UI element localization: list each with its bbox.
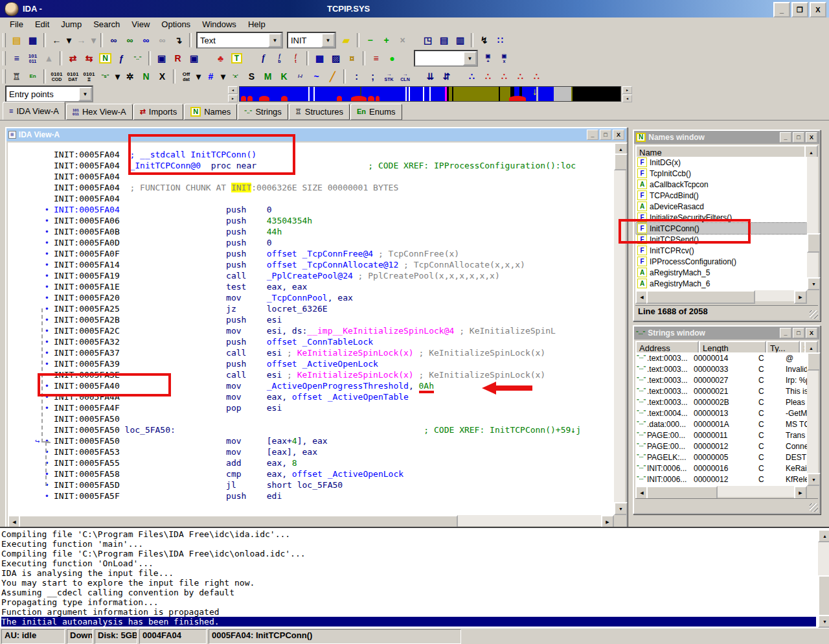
number-button[interactable]: # [203, 69, 219, 84]
menu-windows[interactable]: Windows [196, 18, 242, 30]
disasm-line[interactable]: INIT:0005FA50 [10, 413, 614, 424]
nav-forward-button[interactable]: → [73, 32, 89, 48]
tab-strings[interactable]: ".."Strings [238, 104, 288, 120]
xref-to-button[interactable]: ⇆ [81, 51, 97, 66]
disasm-minimize-button[interactable]: _ [587, 130, 598, 140]
names-list-item[interactable]: FInitDG(x) [635, 157, 807, 168]
names-list-item[interactable]: AaCallbackTcpcon [635, 179, 807, 190]
strings-list-item[interactable]: "...".text:0003...00000021CThis is [635, 385, 807, 397]
output-vertical-scrollbar[interactable]: ▲ ▼ [818, 529, 829, 628]
notepad-button[interactable]: ▨ [328, 51, 344, 66]
tab-imports[interactable]: ⇄Imports [133, 104, 184, 120]
offset-dropdown-arrow[interactable]: ▾ [194, 69, 203, 84]
flower-button[interactable]: ♣ [212, 51, 229, 66]
menu-search[interactable]: Search [87, 18, 126, 30]
strings-maximize-button[interactable]: □ [793, 328, 804, 338]
names-maximize-button[interactable]: □ [793, 132, 804, 143]
names-hscroll-thumb[interactable] [646, 290, 755, 304]
search-text-button[interactable]: ∞ [106, 32, 122, 48]
names-list-item-selected[interactable]: FInitTCPConn() [635, 223, 807, 234]
stop-analysis-button[interactable]: ● [384, 51, 400, 66]
menu-help[interactable]: Help [242, 18, 271, 30]
names-close-button[interactable]: X [806, 132, 817, 143]
search-binary-button[interactable]: ∞ [138, 32, 154, 48]
disasm-close-button[interactable]: X [613, 130, 624, 140]
window-cascade-button[interactable]: ◳ [420, 32, 436, 48]
char-button[interactable]: 'x' [227, 69, 244, 84]
function-begin-button[interactable]: fb [271, 51, 288, 66]
jump-string-button[interactable]: ".." [130, 51, 146, 66]
menu-edit[interactable]: Edit [29, 18, 55, 30]
hex-view-button[interactable]: 101011 [25, 51, 41, 66]
disasm-line[interactable]: ↪ •INIT:0005FA50 mov [eax+4], eax [10, 435, 614, 446]
make-code-button[interactable]: 0101COD [49, 69, 65, 84]
function-tail-button[interactable]: ft [288, 51, 304, 66]
undefine-button[interactable]: X [154, 69, 170, 84]
delete-item-button[interactable]: × [394, 32, 411, 48]
nav-back-dropdown[interactable]: ▾ [65, 32, 73, 48]
names-scroll-right-icon[interactable]: ▶ [794, 290, 807, 304]
menu-file[interactable]: File [4, 18, 29, 30]
disasm-line[interactable]: •INIT:0005FA37 call esi ; KeInitializeSp… [10, 347, 614, 358]
names-title-bar[interactable]: N Names window _ □ X [634, 131, 819, 144]
strings-list-item[interactable]: "...".text:0003...0000002BCPleas [635, 397, 807, 408]
disasm-line[interactable]: •INIT:0005FA14 push offset _TcpConnAlloc… [10, 259, 614, 270]
disasm-line[interactable]: •INIT:0005FA1E test eax, eax [10, 281, 614, 292]
flowchart-button[interactable]: ∴ [464, 69, 480, 84]
close-button[interactable]: X [810, 2, 826, 17]
copy-r-button[interactable]: R [170, 51, 186, 66]
names-minimize-button[interactable]: _ [780, 132, 791, 143]
nav-back-button[interactable]: ← [49, 32, 65, 48]
names-vscroll-thumb[interactable] [807, 233, 821, 253]
hide-item-button[interactable]: − [362, 32, 378, 48]
strings-scroll-right-icon[interactable]: ▶ [794, 486, 807, 500]
make-array-button[interactable]: ✲ [122, 69, 138, 84]
strings-list-item[interactable]: "...".data:000...0000001ACMS TC [635, 419, 807, 430]
text-search-combo[interactable]: Text▼ [196, 32, 283, 49]
output-scroll-down-icon[interactable]: ▼ [818, 615, 829, 628]
make-string-dropdown[interactable]: "s" [97, 69, 113, 84]
names-horizontal-scrollbar[interactable]: ◀ ▶ [635, 290, 807, 301]
offset-dropdown[interactable]: Offdat [178, 69, 194, 84]
calculator-button[interactable]: ▦ [312, 51, 328, 66]
copy-all-button[interactable]: ▣ [186, 51, 202, 66]
window-close-button[interactable]: ▣x [496, 51, 512, 66]
save-file-button[interactable]: ▦ [25, 32, 41, 48]
highlighter-button[interactable]: ▰ [338, 32, 354, 48]
disasm-line[interactable]: •INIT:0005FA0B push 44h [10, 226, 614, 237]
strings-title-bar[interactable]: "..." Strings window _ □ X [634, 327, 819, 339]
names-list-item[interactable]: AaRegistryMach_5 [635, 267, 807, 278]
names-list-item[interactable]: FTcpInitCcb() [635, 168, 807, 179]
number-dropdown-arrow[interactable]: ▾ [219, 69, 227, 84]
copy-window-button[interactable]: ▣ [153, 51, 170, 66]
disasm-horizontal-scrollbar[interactable]: ◀ ▶ [8, 515, 614, 526]
strings-list-item[interactable]: "..."PAGE:00...00000012CConne [635, 441, 807, 452]
strings-minimize-button[interactable]: _ [780, 328, 791, 338]
xref-from-button[interactable]: ⇄ [65, 51, 81, 66]
disassembly-title-bar[interactable]: ≡ IDA View-A _ □ X [6, 128, 626, 141]
combo-dropdown-icon[interactable]: ▼ [78, 87, 92, 101]
semicolon-button[interactable]: ; [365, 69, 381, 84]
rename-button[interactable]: N [138, 69, 154, 84]
names-list-item[interactable]: FInitTCPSend() [635, 234, 807, 245]
strings-vertical-scrollbar[interactable]: ▼ [807, 352, 818, 486]
gear-button[interactable]: ¤ [344, 51, 360, 66]
nav-zoom-in-button[interactable]: ◂ [228, 86, 238, 94]
tab-enums[interactable]: EnEnums [350, 104, 402, 120]
stack-to-button[interactable]: →STK [381, 69, 397, 84]
names-list[interactable]: FInitDG(x)FTcpInitCcb()AaCallbackTcpconF… [635, 157, 807, 290]
window-selector-combo[interactable]: ▼ [414, 50, 478, 67]
make-struct-button[interactable]: 0101♖ [81, 69, 97, 84]
disasm-vertical-scrollbar[interactable]: ▲ ▼ [614, 143, 625, 515]
names-list-item[interactable]: FInitializeSecurityFilters() [635, 212, 807, 223]
xrefs-to-graph-button[interactable]: ∴ [496, 69, 512, 84]
search-disabled-button[interactable]: ∞ [154, 32, 170, 48]
disasm-maximize-button[interactable]: □ [600, 130, 611, 140]
function-edit-button[interactable]: f [255, 51, 271, 66]
string-dropdown-arrow[interactable]: ▾ [113, 69, 122, 84]
menu-jump[interactable]: Jump [55, 18, 87, 30]
stack-from-button[interactable]: →CLN [397, 69, 413, 84]
jump-address-button[interactable]: ↴ [170, 32, 187, 48]
colon-button[interactable]: : [348, 69, 365, 84]
disasm-line[interactable]: •INIT:0005FA0F push offset _TcpConnFree@… [10, 248, 614, 259]
